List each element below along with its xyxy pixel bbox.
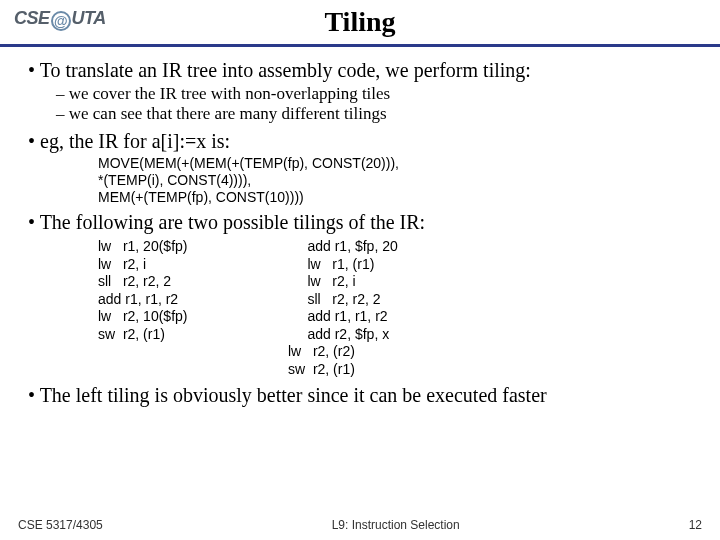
logo-text-left: CSE <box>14 8 50 28</box>
bullet-4: The left tiling is obviously better sinc… <box>28 384 702 407</box>
at-icon: @ <box>51 11 71 31</box>
footer-course: CSE 5317/4305 <box>18 518 103 532</box>
bullet-2-text: eg, the IR for a[i]:=x is: <box>40 130 230 152</box>
bullet-3: The following are two possible tilings o… <box>28 211 702 378</box>
ir-code: MOVE(MEM(+(MEM(+(TEMP(fp), CONST(20))), … <box>28 155 702 205</box>
page-title: Tiling <box>18 0 702 44</box>
ir-line-2: *(TEMP(i), CONST(4)))), <box>98 172 702 189</box>
ir-line-1: MOVE(MEM(+(MEM(+(TEMP(fp), CONST(20))), <box>98 155 702 172</box>
bullet-2: eg, the IR for a[i]:=x is: MOVE(MEM(+(ME… <box>28 130 702 205</box>
slide: CSE@UTA Tiling To translate an IR tree i… <box>0 0 720 540</box>
logo: CSE@UTA <box>14 8 106 31</box>
title-rule <box>0 44 720 47</box>
tilings-container: lw r1, 20($fp) lw r2, i sll r2, r2, 2 ad… <box>28 238 702 378</box>
bullet-1-sub2: we can see that there are many different… <box>56 104 702 124</box>
bullet-1-sublist: we cover the IR tree with non-overlappin… <box>28 84 702 124</box>
footer-lecture: L9: Instruction Selection <box>332 518 460 532</box>
bullet-1: To translate an IR tree into assembly co… <box>28 59 702 124</box>
bullet-3-text: The following are two possible tilings o… <box>40 211 426 233</box>
footer: CSE 5317/4305 L9: Instruction Selection … <box>18 518 702 532</box>
bullet-1-sub1: we cover the IR tree with non-overlappin… <box>56 84 702 104</box>
content: To translate an IR tree into assembly co… <box>18 59 702 407</box>
tiling-left: lw r1, 20($fp) lw r2, i sll r2, r2, 2 ad… <box>98 238 288 378</box>
bullet-list: To translate an IR tree into assembly co… <box>18 59 702 407</box>
bullet-1-text: To translate an IR tree into assembly co… <box>40 59 531 81</box>
page-number: 12 <box>689 518 702 532</box>
ir-line-3: MEM(+(TEMP(fp), CONST(10)))) <box>98 189 702 206</box>
logo-text-right: UTA <box>72 8 106 28</box>
tiling-right: add r1, $fp, 20 lw r1, (r1) lw r2, i sll… <box>288 238 398 378</box>
